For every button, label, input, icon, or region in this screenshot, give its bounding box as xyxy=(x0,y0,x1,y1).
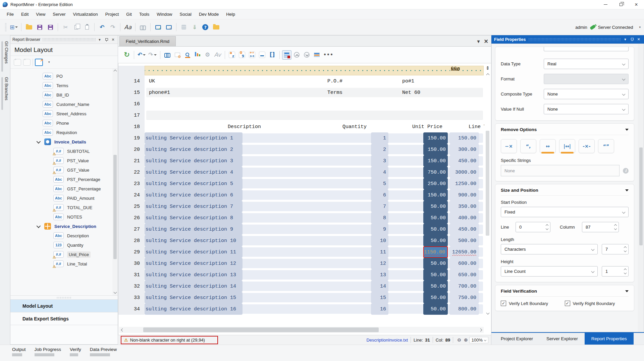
quantity-field[interactable]: 5 xyxy=(371,178,388,189)
sort-alpha-icon[interactable] xyxy=(227,50,237,60)
unit-price-field[interactable]: 50.00 xyxy=(423,281,448,292)
description-field[interactable]: sulting Service description 13 xyxy=(145,269,243,281)
goto-next-icon[interactable] xyxy=(302,50,312,60)
description-field[interactable]: sulting Service description 8 xyxy=(145,212,243,224)
remove-surrounding-spaces-icon[interactable]: |↔| xyxy=(559,139,575,153)
help-icon[interactable] xyxy=(200,22,210,32)
vertical-scrollbar[interactable]: ⇕ xyxy=(484,66,491,315)
tab-project-explorer[interactable]: Project Explorer xyxy=(494,333,540,345)
export-db-icon[interactable] xyxy=(179,22,189,32)
line-total-field[interactable]: 350.00 xyxy=(449,201,479,212)
expander-chevron-icon[interactable] xyxy=(37,139,41,143)
nav-data-export-settings[interactable]: Data Export Settings xyxy=(10,312,118,325)
properties-scrollbar[interactable] xyxy=(638,44,644,332)
auto-parse-gear-icon[interactable]: ⚙ xyxy=(203,50,212,60)
clipped-select[interactable] xyxy=(544,47,629,51)
zoom-out-icon[interactable]: ⊖ xyxy=(457,337,461,343)
tree-item-phone[interactable]: AbcPhone xyxy=(10,118,118,128)
nav-model-layout[interactable]: Model Layout xyxy=(10,299,118,312)
quantity-field[interactable]: 9 xyxy=(371,224,388,235)
export-model-icon[interactable] xyxy=(35,59,43,66)
tree-item-street_address[interactable]: AbcStreet_Address xyxy=(10,109,118,118)
search-pattern-icon[interactable] xyxy=(183,50,192,60)
unit-price-field[interactable]: 150.00 xyxy=(423,132,448,144)
tree-item-gst_value[interactable]: #.#⚠GST_Value xyxy=(10,165,118,175)
length-spinner[interactable]: 7 xyxy=(602,244,629,254)
description-field[interactable]: sulting Service description 15 xyxy=(145,292,243,303)
menu-view[interactable]: View xyxy=(33,10,49,18)
unit-price-field[interactable]: 250.00 xyxy=(423,178,448,189)
verify-right-boundary-checkbox[interactable]: ✓ Verify Right Boundary xyxy=(565,301,629,306)
column-ruler[interactable]: ÑÑØ xyxy=(145,66,484,75)
column-spinner[interactable]: 87 xyxy=(582,222,619,232)
line-total-field[interactable]: 900.00 xyxy=(449,189,479,201)
close-icon[interactable]: ✕ xyxy=(636,37,641,42)
line-total-field[interactable]: 700.00 xyxy=(449,281,479,292)
line-total-field[interactable]: 800.00 xyxy=(449,303,479,315)
scroll-left-icon[interactable] xyxy=(119,329,126,331)
description-field[interactable]: sulting Service description 6 xyxy=(145,189,243,201)
paste-icon[interactable] xyxy=(82,22,92,32)
side-tab-git-changes[interactable]: Git Changes xyxy=(1,41,9,72)
remove-dash-icon[interactable]: −× xyxy=(501,139,517,153)
font-icon[interactable]: Aa xyxy=(123,22,133,32)
panel-menu-icon[interactable]: ▾ xyxy=(97,37,102,42)
close-icon[interactable]: ✕ xyxy=(110,37,116,42)
description-field[interactable]: sulting Service description 14 xyxy=(145,281,243,292)
tree-item-gst_percentage[interactable]: AbcGST_Percentage xyxy=(10,184,118,193)
description-field[interactable]: sulting Service description 1 xyxy=(145,132,243,144)
unit-price-field[interactable]: 50.00 xyxy=(423,224,448,235)
height-spinner[interactable]: 1 xyxy=(602,266,629,277)
menu-virtualization[interactable]: Virtualization xyxy=(70,10,101,18)
remove-options-header[interactable]: Remove Options xyxy=(501,127,629,135)
quantity-field[interactable]: 1 xyxy=(371,132,388,144)
tree-item-total_due[interactable]: #.#⚠TOTAL_DUE xyxy=(10,203,118,212)
open-folder-icon[interactable] xyxy=(24,22,34,32)
tree-item-subtotal[interactable]: #.#⚠SUBTOTAL xyxy=(10,146,118,156)
brackets-icon[interactable]: [] xyxy=(268,50,277,60)
tree-item-terms[interactable]: AbcTerms xyxy=(10,81,118,90)
line-total-field[interactable]: 1250.00 xyxy=(449,178,479,189)
menu-git[interactable]: Git xyxy=(123,10,135,18)
line-total-field[interactable]: 3000.00 xyxy=(449,167,479,178)
pin-icon[interactable] xyxy=(629,37,635,42)
scroll-up-icon[interactable] xyxy=(113,70,117,73)
source-file-link[interactable]: DescriptionInvoice.txt xyxy=(366,338,408,343)
quantity-field[interactable]: 2 xyxy=(371,144,388,155)
scroll-up-icon[interactable] xyxy=(486,73,489,77)
restore-button[interactable] xyxy=(613,0,629,9)
goto-previous-icon[interactable] xyxy=(292,50,302,60)
add-table-icon[interactable] xyxy=(23,59,31,66)
description-field[interactable]: sulting Service description 11 xyxy=(145,246,243,258)
import-data-icon[interactable]: ⇓ xyxy=(190,22,200,32)
value-if-null-select[interactable]: None xyxy=(544,104,629,114)
quantity-field[interactable]: 11 xyxy=(371,246,388,258)
size-position-header[interactable]: Size and Position xyxy=(501,188,629,196)
tree-item-description[interactable]: AbcDescription xyxy=(10,231,118,240)
tab-list-icon[interactable]: ▾ xyxy=(477,38,480,45)
save-icon[interactable] xyxy=(35,22,45,32)
table-rows-icon[interactable] xyxy=(312,50,322,60)
start-position-select[interactable]: Fixed xyxy=(501,207,629,217)
remove-leading-spaces-icon[interactable]: ↔ xyxy=(540,139,556,153)
quantity-field[interactable]: 6 xyxy=(371,189,388,201)
quantity-field[interactable]: 16 xyxy=(371,303,388,315)
line-total-field[interactable]: 12650.00 xyxy=(449,246,479,258)
unit-price-field[interactable]: 50.00 xyxy=(423,269,448,281)
panel-splitter[interactable] xyxy=(10,295,118,299)
unit-price-field[interactable]: 150.00 xyxy=(423,144,448,155)
close-document-icon[interactable]: ✕ xyxy=(484,38,488,45)
description-field[interactable]: sulting Service description 12 xyxy=(145,258,243,269)
line-spinner[interactable]: 0 xyxy=(516,222,550,232)
description-field[interactable]: sulting Service description 10 xyxy=(145,235,243,246)
quantity-field[interactable]: 12 xyxy=(371,258,388,269)
unit-price-field[interactable]: 50.00 xyxy=(423,258,448,269)
highlight-fields-icon[interactable] xyxy=(282,50,291,60)
redo-icon[interactable]: ↷ xyxy=(147,50,157,60)
tree-item-notes[interactable]: AbcNOTES xyxy=(10,212,118,222)
pin-icon[interactable] xyxy=(104,37,109,42)
export-dropdown-caret[interactable]: ▾ xyxy=(48,61,50,63)
font-verify-icon[interactable]: Av xyxy=(213,50,222,60)
tree-item-unit_price[interactable]: #.#⚠Unit_Price xyxy=(10,250,118,259)
line-total-field[interactable]: 150.00 xyxy=(449,132,479,144)
